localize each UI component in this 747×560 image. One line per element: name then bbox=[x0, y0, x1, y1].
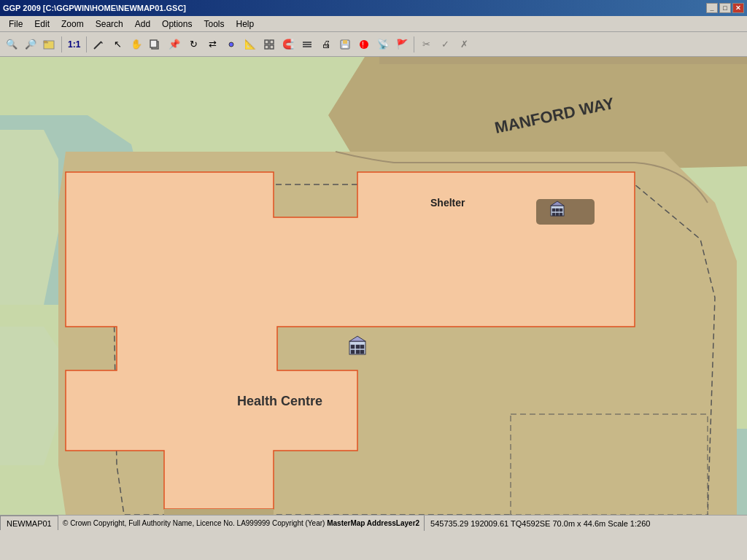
svg-rect-42 bbox=[360, 345, 364, 349]
svg-point-17 bbox=[360, 40, 368, 49]
svg-rect-45 bbox=[360, 350, 364, 354]
svg-rect-44 bbox=[356, 350, 360, 354]
menu-search[interactable]: Search bbox=[90, 18, 129, 31]
scale-display: 1:1 bbox=[65, 39, 83, 50]
menu-edit[interactable]: Edit bbox=[28, 18, 55, 31]
pencil-button[interactable] bbox=[90, 36, 107, 53]
stop-button[interactable]: ! bbox=[355, 36, 373, 53]
svg-rect-29 bbox=[536, 199, 595, 225]
cut-button[interactable]: ✂ bbox=[417, 36, 435, 53]
cancel-button[interactable]: ✗ bbox=[455, 36, 473, 53]
rotate-button[interactable]: ↻ bbox=[185, 36, 202, 53]
svg-rect-11 bbox=[303, 42, 311, 43]
svg-line-2 bbox=[94, 42, 101, 49]
tab-label: NEWMAP01 bbox=[7, 519, 52, 528]
snap-button[interactable]: 🧲 bbox=[279, 36, 297, 53]
svg-rect-43 bbox=[351, 350, 355, 354]
svg-rect-10 bbox=[270, 45, 274, 49]
menu-file[interactable]: File bbox=[3, 18, 28, 31]
titlebar: GGP 2009 [C:\GGPWIN\HOME\NEWMAP01.GSC] _… bbox=[0, 0, 747, 16]
maximize-button[interactable]: □ bbox=[719, 3, 731, 13]
svg-rect-9 bbox=[265, 45, 268, 49]
svg-text:!: ! bbox=[362, 41, 364, 49]
menu-zoom[interactable]: Zoom bbox=[55, 18, 90, 31]
grid-button[interactable] bbox=[260, 36, 278, 53]
svg-rect-34 bbox=[560, 209, 562, 211]
svg-rect-40 bbox=[351, 345, 355, 349]
status-copyright: © Crown Copyright, Full Authority Name, … bbox=[58, 516, 425, 531]
measure-button[interactable]: 📐 bbox=[241, 36, 259, 53]
svg-rect-13 bbox=[303, 46, 311, 47]
svg-rect-15 bbox=[343, 40, 347, 44]
open-button[interactable] bbox=[41, 36, 58, 53]
svg-marker-47 bbox=[0, 327, 58, 465]
save-button[interactable] bbox=[336, 36, 354, 53]
svg-marker-21 bbox=[379, 57, 747, 64]
shelter-label: Shelter bbox=[430, 197, 465, 209]
svg-rect-48 bbox=[164, 509, 274, 515]
flag-button[interactable]: 🚩 bbox=[393, 36, 411, 53]
paste-button[interactable]: 📌 bbox=[166, 36, 183, 53]
menu-add[interactable]: Add bbox=[129, 18, 156, 31]
svg-rect-41 bbox=[356, 345, 360, 349]
svg-rect-32 bbox=[552, 209, 555, 211]
hand-button[interactable]: ✋ bbox=[128, 36, 145, 53]
menu-help[interactable]: Help bbox=[230, 18, 260, 31]
svg-rect-36 bbox=[556, 213, 559, 216]
gps-button[interactable]: 📡 bbox=[374, 36, 392, 53]
status-coords: 545735.29 192009.61 TQ4592SE 70.0m x 44.… bbox=[425, 516, 747, 531]
copy-button[interactable] bbox=[147, 36, 164, 53]
node-button[interactable] bbox=[222, 36, 240, 53]
confirm-button[interactable]: ✓ bbox=[436, 36, 454, 53]
mirror-button[interactable]: ⇄ bbox=[204, 36, 221, 53]
titlebar-controls: _ □ ✕ bbox=[706, 3, 744, 13]
print-button[interactable]: 🖨 bbox=[317, 36, 335, 53]
menu-tools[interactable]: Tools bbox=[198, 18, 230, 31]
svg-rect-8 bbox=[270, 40, 274, 44]
svg-rect-16 bbox=[342, 45, 348, 48]
svg-rect-35 bbox=[552, 213, 555, 216]
svg-rect-33 bbox=[556, 209, 559, 211]
sep2 bbox=[86, 36, 87, 52]
close-button[interactable]: ✕ bbox=[732, 3, 744, 13]
svg-rect-37 bbox=[560, 213, 562, 216]
zoom-out-button[interactable]: 🔎 bbox=[22, 36, 39, 53]
svg-rect-12 bbox=[303, 44, 311, 45]
sep3 bbox=[414, 36, 414, 52]
health-centre-label: Health Centre bbox=[237, 394, 322, 408]
svg-rect-7 bbox=[265, 40, 268, 44]
toolbar: 🔍 🔎 1:1 ↖ ✋ 📌 ↻ ⇄ 📐 🧲 🖨 ! 📡 🚩 ✂ ✓ ✗ bbox=[0, 32, 747, 57]
menubar: File Edit Zoom Search Add Options Tools … bbox=[0, 16, 747, 32]
svg-rect-5 bbox=[150, 40, 157, 47]
zoom-in-button[interactable]: 🔍 bbox=[3, 36, 20, 53]
sep1 bbox=[61, 36, 62, 52]
layers-button[interactable] bbox=[298, 36, 316, 53]
menu-options[interactable]: Options bbox=[156, 18, 198, 31]
title-text: GGP 2009 [C:\GGPWIN\HOME\NEWMAP01.GSC] bbox=[3, 4, 186, 12]
map-container[interactable]: MANFORD WAY Shelter Health Centre bbox=[0, 57, 747, 515]
select-button[interactable]: ↖ bbox=[109, 36, 126, 53]
minimize-button[interactable]: _ bbox=[706, 3, 718, 13]
svg-point-6 bbox=[229, 42, 233, 47]
status-tab[interactable]: NEWMAP01 bbox=[0, 516, 58, 530]
map-svg: MANFORD WAY Shelter Health Centre bbox=[0, 57, 747, 515]
statusbar: NEWMAP01 © Crown Copyright, Full Authori… bbox=[0, 515, 747, 531]
svg-rect-49 bbox=[511, 414, 708, 515]
